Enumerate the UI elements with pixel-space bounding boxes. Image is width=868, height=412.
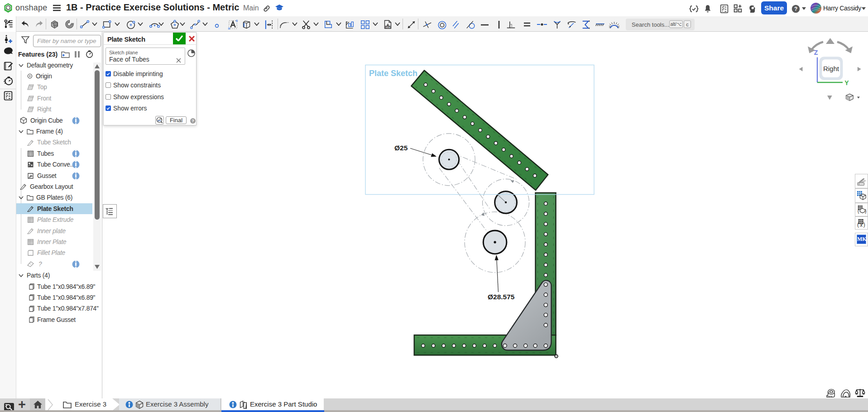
svg-text:Y: Y	[844, 79, 849, 86]
svg-text:?: ?	[192, 119, 194, 123]
svg-text:x: x	[859, 222, 863, 228]
svg-text:): )	[863, 221, 865, 228]
svg-text:Plate Sketch: Plate Sketch	[369, 69, 417, 78]
svg-text:Ø28.575: Ø28.575	[488, 293, 515, 301]
svg-text:?: ?	[794, 6, 797, 12]
svg-text:Ø25: Ø25	[394, 144, 408, 152]
svg-text:DXF: DXF	[386, 26, 390, 29]
svg-text:{: {	[858, 208, 859, 214]
svg-text:Z: Z	[814, 49, 818, 56]
svg-text:(: (	[857, 221, 859, 228]
svg-text:Right: Right	[823, 65, 839, 72]
svg-text:}: }	[865, 208, 867, 214]
